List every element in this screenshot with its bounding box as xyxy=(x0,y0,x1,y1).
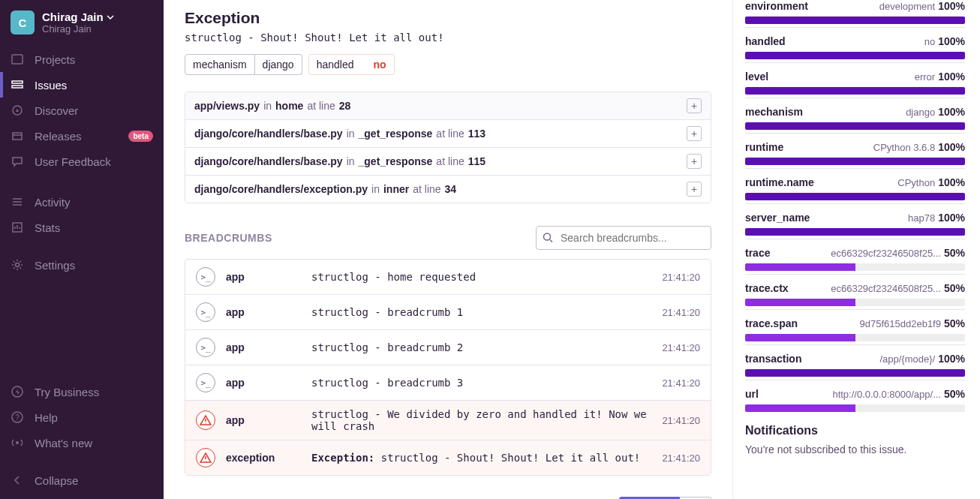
tag-bar xyxy=(745,158,965,165)
sidebar-item-whats-new[interactable]: What's new xyxy=(0,430,164,455)
tag-value: django xyxy=(906,107,935,118)
tag-row[interactable]: mechanismdjango100% xyxy=(745,98,965,133)
tag-row[interactable]: runtime.nameCPython100% xyxy=(745,168,965,203)
search-input[interactable] xyxy=(536,226,711,250)
stack-frame[interactable]: django/core/handlers/exception.pyininner… xyxy=(185,176,711,203)
tag-name: level xyxy=(745,71,768,83)
sidebar-item-discover[interactable]: Discover xyxy=(0,98,164,123)
help-icon: ? xyxy=(11,410,24,424)
breadcrumb-category: exception xyxy=(226,452,301,464)
sidebar-item-settings[interactable]: Settings xyxy=(0,252,164,278)
sidebar-item-issues[interactable]: Issues xyxy=(0,72,164,98)
breadcrumb-category: app xyxy=(226,377,301,389)
breadcrumb-row[interactable]: >_appstructlog - breadcrumb 221:41:20 xyxy=(185,330,711,365)
tag-row[interactable]: traceec66329cf23246508f25...50% xyxy=(745,239,965,274)
breadcrumb-category: app xyxy=(226,341,301,353)
expand-icon[interactable]: + xyxy=(687,182,702,197)
sidebar-item-feedback[interactable]: User Feedback xyxy=(0,149,164,174)
tag-handled[interactable]: handled xyxy=(308,54,362,75)
user-name: Chirag Jain xyxy=(42,11,104,23)
tag-row[interactable]: runtimeCPython 3.6.8100% xyxy=(745,133,965,168)
breadcrumb-category: app xyxy=(226,306,301,318)
svg-text:?: ? xyxy=(15,413,20,422)
lightning-icon xyxy=(11,385,24,398)
tag-value: 9d75f615dd2eb1f9 xyxy=(860,318,941,329)
tag-row[interactable]: handledno100% xyxy=(745,27,965,62)
tag-percent: 50% xyxy=(944,388,965,400)
stack-frames: app/views.pyinhomeat line28 + django/cor… xyxy=(185,92,711,203)
tag-row[interactable]: trace.ctxec66329cf23246508f25...50% xyxy=(745,274,965,309)
terminal-icon: >_ xyxy=(196,267,215,287)
sidebar-item-projects[interactable]: Projects xyxy=(0,47,164,72)
sidebar: C Chirag Jain Chirag Jain Projects Issue… xyxy=(0,0,164,499)
sidebar-item-stats[interactable]: Stats xyxy=(0,215,164,240)
stats-icon xyxy=(11,221,24,234)
terminal-icon: >_ xyxy=(196,373,215,392)
svg-point-11 xyxy=(544,233,551,240)
breadcrumb-row[interactable]: >_appstructlog - home requested21:41:20 xyxy=(185,260,711,295)
stack-frame[interactable]: django/core/handlers/base.pyin_get_respo… xyxy=(185,120,711,148)
tag-bar xyxy=(745,299,965,306)
avatar: C xyxy=(11,11,35,35)
gear-icon xyxy=(11,258,24,272)
breadcrumb-row[interactable]: >_appstructlog - breadcrumb 121:41:20 xyxy=(185,295,711,330)
tag-row[interactable]: urlhttp://0.0.0.0:8000/app/...50% xyxy=(745,380,965,415)
chevron-down-icon xyxy=(107,14,114,21)
breadcrumb-time: 21:41:20 xyxy=(662,307,700,318)
tag-bar xyxy=(745,17,965,24)
projects-icon xyxy=(11,53,24,66)
svg-point-6 xyxy=(16,263,20,267)
tag-row[interactable]: levelerror100% xyxy=(745,62,965,98)
tag-bar xyxy=(745,369,965,377)
sidebar-item-help[interactable]: ? Help xyxy=(0,404,164,430)
tag-value: /app/{mode}/ xyxy=(879,353,935,365)
tag-name: runtime xyxy=(745,141,783,153)
breadcrumb-row[interactable]: >_appstructlog - breadcrumb 321:41:20 xyxy=(185,365,711,401)
tag-value: CPython xyxy=(897,177,935,188)
tag-percent: 100% xyxy=(938,212,965,224)
breadcrumb-category: app xyxy=(226,271,301,283)
stack-frame[interactable]: app/views.pyinhomeat line28 + xyxy=(185,92,711,120)
stack-frame[interactable]: django/core/handlers/base.pyin_get_respo… xyxy=(185,148,711,176)
breadcrumb-message: structlog - We divided by zero and handl… xyxy=(311,408,651,432)
breadcrumb-row[interactable]: exceptionException: structlog - Shout! S… xyxy=(185,440,711,475)
tag-row[interactable]: environmentdevelopment100% xyxy=(745,0,965,27)
tag-row[interactable]: server_namehap78100% xyxy=(745,203,965,239)
tag-mechanism[interactable]: mechanism xyxy=(185,54,255,75)
svg-rect-1 xyxy=(12,81,23,83)
tag-name: trace xyxy=(745,247,770,259)
tag-row[interactable]: transaction/app/{mode}/100% xyxy=(745,344,965,380)
expand-icon[interactable]: + xyxy=(687,98,702,113)
exception-title: Exception xyxy=(185,9,711,27)
expand-icon[interactable]: + xyxy=(687,154,702,169)
exception-message: structlog - Shout! Shout! Let it all out… xyxy=(185,32,711,44)
breadcrumb-time: 21:41:20 xyxy=(662,377,700,389)
user-org: Chirag Jain xyxy=(42,23,114,35)
sidebar-item-releases[interactable]: Releases beta xyxy=(0,123,164,149)
tag-percent: 100% xyxy=(938,106,965,118)
tag-percent: 50% xyxy=(944,317,965,329)
terminal-icon: >_ xyxy=(196,302,215,322)
beta-badge: beta xyxy=(128,131,153,142)
breadcrumb-row[interactable]: appstructlog - We divided by zero and ha… xyxy=(185,401,711,440)
svg-rect-2 xyxy=(12,86,23,88)
tag-row[interactable]: trace.span9d75f615dd2eb1f950% xyxy=(745,309,965,344)
tag-mechanism-value[interactable]: django xyxy=(255,54,302,75)
breadcrumb-time: 21:41:20 xyxy=(662,452,700,464)
breadcrumb-message: structlog - breadcrumb 2 xyxy=(311,341,651,353)
breadcrumb-time: 21:41:20 xyxy=(662,415,700,426)
sidebar-item-activity[interactable]: Activity xyxy=(0,189,164,215)
breadcrumbs-title: BREADCRUMBS xyxy=(185,232,272,244)
user-menu[interactable]: C Chirag Jain Chirag Jain xyxy=(0,6,164,44)
broadcast-icon xyxy=(11,436,24,449)
tag-bar xyxy=(745,263,965,271)
tag-handled-value[interactable]: no xyxy=(361,54,394,75)
breadcrumb-time: 21:41:20 xyxy=(662,272,700,283)
tags-panel: environmentdevelopment100%handledno100%l… xyxy=(732,0,980,499)
sidebar-item-collapse[interactable]: Collapse xyxy=(0,467,164,493)
tag-name: trace.ctx xyxy=(745,282,789,294)
tag-percent: 100% xyxy=(938,35,965,47)
expand-icon[interactable]: + xyxy=(687,126,702,141)
sidebar-item-try-business[interactable]: Try Business xyxy=(0,379,164,404)
tag-name: trace.span xyxy=(745,317,798,329)
